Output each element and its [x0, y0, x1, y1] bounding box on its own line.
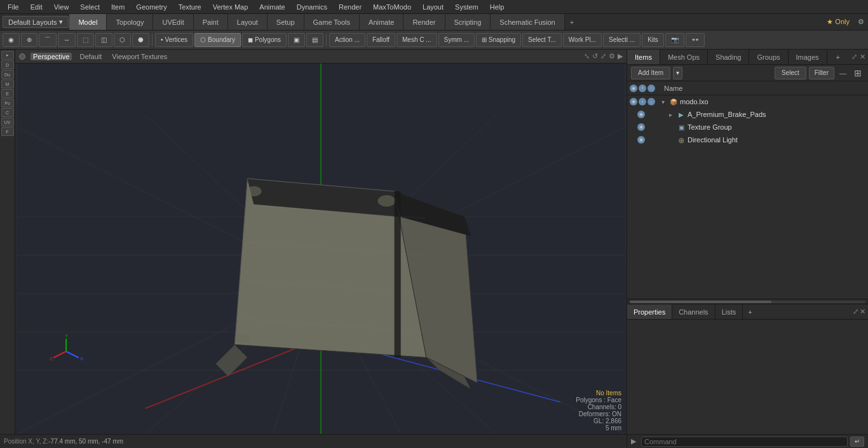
3d-scene[interactable]: X Y Z No Items Polygons : Face Channels:… — [15, 64, 627, 434]
vis-icon-2-1[interactable]: ◉ — [637, 123, 645, 131]
layout-settings-btn[interactable]: ⚙ — [854, 18, 868, 26]
panel-expand-btn[interactable]: ⤢ — [851, 53, 857, 61]
sidebar-btn-7[interactable]: C — [1, 108, 14, 117]
sidebar-btn-8[interactable]: UV — [1, 118, 14, 126]
viewport-settings-btn[interactable]: ⚙ — [609, 52, 615, 60]
items-minus-btn[interactable]: — — [837, 69, 849, 77]
menu-view[interactable]: View — [49, 2, 74, 12]
action-btn[interactable]: Action ... — [329, 33, 365, 47]
perspective-label[interactable]: Perspective — [31, 53, 72, 60]
layout-tab-gametools[interactable]: Game Tools — [304, 14, 360, 30]
layout-tab-scripting[interactable]: Scripting — [445, 14, 491, 30]
prop-tab-properties[interactable]: Properties — [627, 304, 672, 319]
layout-tab-model[interactable]: Model — [69, 14, 107, 30]
viewport[interactable]: Perspective Default Viewport Textures ⤡ … — [15, 50, 627, 434]
vis-icon-1-1[interactable]: ◉ — [637, 111, 645, 118]
prop-tab-channels[interactable]: Channels — [672, 304, 715, 319]
vis-icon-0-1[interactable]: ◉ — [630, 98, 637, 105]
viewport-maximize-btn[interactable]: ⤢ — [600, 52, 606, 60]
item-dir-light[interactable]: ◉ ▸ ◎ Directional Light — [627, 133, 868, 146]
sidebar-btn-9[interactable]: F — [1, 127, 14, 136]
menu-select[interactable]: Select — [75, 2, 105, 12]
menu-layout[interactable]: Layout — [417, 2, 449, 12]
layout-tab-uvedit[interactable]: UVEdit — [153, 14, 193, 30]
falloff-btn[interactable]: Falloff — [367, 33, 395, 47]
select-btn[interactable]: Select — [775, 67, 806, 79]
prop-tab-lists[interactable]: Lists — [715, 304, 743, 319]
layout-tab-animate[interactable]: Animate — [360, 14, 403, 30]
vertices-btn[interactable]: • Vertices — [155, 33, 193, 47]
toolbar-clone[interactable]: ⬚ — [77, 33, 94, 47]
toolbar-origin[interactable]: ⊕ — [21, 33, 37, 47]
item-modo-lxo[interactable]: ◉ + ○ ▾ 📦 modo.lxo — [627, 95, 868, 108]
menu-item[interactable]: Item — [106, 2, 130, 12]
menu-edit[interactable]: Edit — [25, 2, 48, 12]
item-brake-pads[interactable]: ◉ ▸ ▶ A_Premium_Brake_Pads — [627, 108, 868, 121]
panel-tab-add[interactable]: + — [831, 53, 845, 61]
menu-system[interactable]: System — [450, 2, 484, 12]
item-expand-0[interactable]: ▾ — [661, 98, 669, 105]
boundary-btn[interactable]: ⬡ Boundary — [194, 33, 241, 47]
item-texture-group[interactable]: ◉ ▸ ▣ Texture Group — [627, 121, 868, 133]
menu-file[interactable]: File — [3, 2, 24, 12]
sidebar-btn-2[interactable]: D — [1, 60, 14, 69]
vis-icon-0-3[interactable]: ○ — [648, 98, 655, 105]
panel-close-btn[interactable]: ✕ — [860, 53, 865, 61]
menu-animate[interactable]: Animate — [254, 2, 290, 12]
mode-shape-btn[interactable]: ▣ — [288, 33, 305, 47]
command-go-btn[interactable]: ↵ — [850, 437, 864, 447]
tab-images[interactable]: Images — [789, 50, 827, 64]
vis-header-btn1[interactable]: ◉ — [630, 85, 637, 92]
viewport-play-btn[interactable]: ▶ — [618, 52, 623, 60]
tab-mesh-ops[interactable]: Mesh Ops — [660, 50, 708, 64]
layout-tab-add[interactable]: + — [565, 14, 579, 30]
toolbar-select-mode[interactable]: ◉ — [3, 33, 20, 47]
items-list[interactable]: ◉ + ○ ▾ 📦 modo.lxo ◉ ▸ ▶ A_Premium_Brake… — [627, 95, 868, 299]
vis-header-btn3[interactable]: ○ — [648, 85, 655, 92]
mesh-c-btn[interactable]: Mesh C ... — [397, 33, 437, 47]
menu-maxtomodo[interactable]: MaxToModo — [368, 2, 416, 12]
menu-vertex-map[interactable]: Vertex Map — [208, 2, 254, 12]
viewport-rotate-btn[interactable]: ↺ — [592, 52, 598, 60]
layouts-dropdown[interactable]: Default Layouts ▾ — [3, 16, 69, 28]
command-arrow[interactable]: ▶ — [631, 437, 636, 445]
layout-tab-layout[interactable]: Layout — [228, 14, 268, 30]
viewport-textures-label[interactable]: Viewport Textures — [109, 53, 170, 60]
tab-items[interactable]: Items — [627, 50, 660, 64]
menu-dynamics[interactable]: Dynamics — [292, 2, 332, 12]
filter-btn[interactable]: Filter — [809, 67, 834, 79]
kits-btn[interactable]: Kits — [642, 33, 664, 47]
camera-btn[interactable]: 📷 — [665, 33, 684, 47]
viewport-fit-btn[interactable]: ⤡ — [584, 52, 590, 60]
layout-tab-setup[interactable]: Setup — [268, 14, 304, 30]
toolbar-poly1[interactable]: ⬡ — [114, 33, 131, 47]
tab-groups[interactable]: Groups — [749, 50, 788, 64]
default-label[interactable]: Default — [77, 53, 104, 60]
sidebar-btn-1[interactable]: ▸ — [1, 51, 14, 60]
star-only-label[interactable]: ★ Only — [823, 18, 853, 26]
prop-expand-btn[interactable]: ⤢ — [853, 308, 858, 316]
menu-render[interactable]: Render — [334, 2, 367, 12]
menu-help[interactable]: Help — [485, 2, 510, 12]
sidebar-btn-4[interactable]: M — [1, 79, 14, 88]
mode-shape2-btn[interactable]: ▤ — [306, 33, 323, 47]
layout-tab-paint[interactable]: Paint — [194, 14, 228, 30]
vis-header-btn2[interactable]: + — [639, 85, 646, 92]
toolbar-split[interactable]: ◫ — [95, 33, 112, 47]
work-pl-btn[interactable]: Work Pl... — [563, 33, 602, 47]
tab-shading[interactable]: Shading — [708, 50, 749, 64]
toolbar-transform[interactable]: ↔ — [58, 33, 76, 47]
snapping-btn[interactable]: ⊞ Snapping — [476, 33, 521, 47]
toolbar-poly2[interactable]: ⬣ — [132, 33, 149, 47]
layout-tab-render[interactable]: Render — [403, 14, 445, 30]
layout-tab-topology[interactable]: Topology — [107, 14, 153, 30]
vis-icon-0-2[interactable]: + — [639, 98, 646, 105]
menu-texture[interactable]: Texture — [173, 2, 207, 12]
add-item-arrow[interactable]: ▾ — [673, 67, 682, 79]
items-grid-btn[interactable]: ⊞ — [851, 68, 864, 78]
viewport-dot[interactable] — [19, 53, 25, 60]
symm-btn[interactable]: Symm ... — [438, 33, 475, 47]
polygons-btn[interactable]: ◼ Polygons — [242, 33, 287, 47]
sidebar-btn-3[interactable]: Du — [1, 70, 14, 79]
layout-tab-schematic[interactable]: Schematic Fusion — [491, 14, 564, 30]
